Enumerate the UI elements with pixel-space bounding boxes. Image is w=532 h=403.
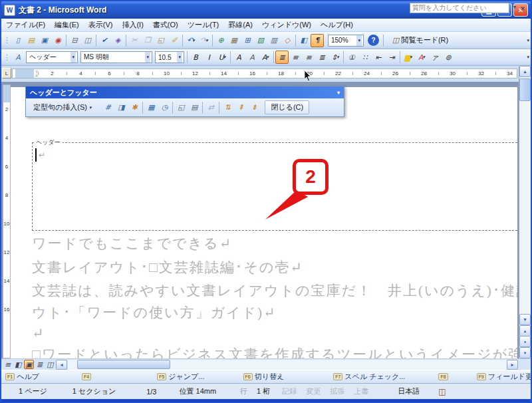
enclose-characters-button[interactable]: ⊚	[442, 51, 455, 64]
center-button[interactable]: ≡	[289, 51, 302, 64]
fn-f4[interactable]: F4	[82, 373, 93, 380]
hyperlink-button[interactable]: ⊕	[214, 34, 227, 47]
menu-item[interactable]: 表示(V)	[84, 19, 118, 31]
normal-view-button[interactable]: ≡	[3, 360, 13, 369]
horizontal-scroll-thumb[interactable]	[77, 360, 170, 369]
zoom-select[interactable]: 150%▾	[328, 35, 364, 47]
character-shading-button[interactable]: A	[245, 51, 259, 64]
question-dropdown-icon[interactable]: ▾	[513, 4, 516, 10]
font-size-select[interactable]: 10.5▾	[155, 51, 184, 63]
toolbar-options-icon[interactable]: ▾	[337, 90, 340, 96]
fn-f6-switch[interactable]: F6 切り替え	[243, 372, 285, 382]
show-previous-button[interactable]: ⇞	[234, 101, 247, 114]
spelling-status-icon[interactable]: ◫	[438, 387, 446, 396]
ruby-button[interactable]: ァ	[428, 51, 442, 64]
select-browse-object-button[interactable]: ●	[519, 336, 531, 347]
menu-item[interactable]: 罫線(A)	[223, 19, 257, 31]
new-document-button[interactable]: ▯	[11, 34, 25, 47]
distribute-button[interactable]: ≣	[315, 51, 329, 64]
drawing-button[interactable]: ◇	[281, 34, 294, 47]
show-document-text-button[interactable]: ▤	[188, 101, 201, 114]
tables-borders-button[interactable]: ▦	[227, 34, 241, 47]
dropdown-arrow-icon[interactable]: ▾	[410, 55, 412, 60]
align-right-button[interactable]: ≡	[302, 51, 315, 64]
insert-page-count-button[interactable]: ◨	[114, 101, 128, 114]
fn-f5-goto[interactable]: F5 ジャンプ...	[157, 372, 204, 382]
status-mode-indicator[interactable]: 拡張	[330, 386, 344, 396]
spelling-button[interactable]: ✔	[98, 34, 111, 47]
bold-button[interactable]: B	[189, 51, 202, 64]
character-border-button[interactable]: A	[232, 51, 245, 64]
scroll-right-button[interactable]: ▸	[507, 360, 518, 370]
print-layout-view-button[interactable]: ▣	[24, 360, 34, 369]
columns-button[interactable]: ▥	[267, 34, 281, 47]
open-button[interactable]: ▤	[25, 34, 38, 47]
document-map-button[interactable]: ◧	[297, 34, 311, 47]
vertical-scrollbar[interactable]: ▴ ▾ ▲ ● ▼	[519, 66, 531, 358]
justify-button[interactable]: ≣	[275, 51, 289, 64]
chevron-down-icon[interactable]: ▾	[177, 52, 182, 63]
browse-next-button[interactable]: ▼	[519, 347, 531, 358]
insert-page-number-button[interactable]: #	[101, 101, 114, 114]
dropdown-arrow-icon[interactable]: ▾	[205, 38, 208, 43]
chevron-down-icon[interactable]: ▾	[145, 52, 150, 63]
style-select[interactable]: ヘッダー▾	[26, 51, 78, 63]
undo-button[interactable]: ↶▾	[184, 34, 198, 47]
document-close-button[interactable]: ✕	[517, 3, 528, 13]
menu-item[interactable]: 編集(E)	[50, 19, 84, 31]
close-header-footer-button[interactable]: 閉じる(C)	[265, 100, 309, 114]
insert-autotext-button[interactable]: 定型句の挿入(S)▾	[29, 100, 96, 114]
page-setup-button[interactable]: ◱	[174, 101, 188, 114]
formatting-marks-button[interactable]: ¶	[311, 34, 324, 47]
dropdown-arrow-icon[interactable]: ▾	[223, 55, 226, 60]
copy-button[interactable]: ❐	[141, 34, 154, 47]
chevron-down-icon[interactable]: ▾	[70, 52, 76, 63]
decrease-indent-button[interactable]: ⇤	[372, 51, 385, 64]
numbering-button[interactable]: ①	[345, 51, 358, 64]
format-page-number-button[interactable]: ✱	[128, 101, 141, 114]
font-select[interactable]: MS 明朝▾	[80, 51, 152, 63]
underline-button[interactable]: U▾	[215, 51, 229, 64]
dropdown-arrow-icon[interactable]: ▾	[267, 55, 269, 60]
redo-button[interactable]: ↷▾	[198, 34, 211, 47]
status-language[interactable]: 日本語	[398, 386, 420, 396]
chevron-down-icon[interactable]: ▾	[356, 35, 362, 46]
italic-button[interactable]: I	[202, 51, 215, 64]
vertical-scroll-thumb[interactable]	[519, 78, 531, 101]
horizontal-scroll-track[interactable]	[68, 360, 507, 370]
insert-table-button[interactable]: ⊞	[241, 34, 254, 47]
toolbar-grip[interactable]: ⋮	[3, 53, 9, 62]
fn-f7-spelling[interactable]: F7 スペル チェック...	[333, 372, 405, 382]
increase-indent-button[interactable]: ⇥	[385, 51, 398, 64]
insert-date-button[interactable]: ▦	[144, 101, 158, 114]
highlight-button[interactable]: ▆▾	[402, 51, 415, 64]
status-mode-indicator[interactable]: 上書	[354, 386, 368, 396]
same-as-previous-button[interactable]: ⇄	[204, 101, 217, 114]
line-spacing-button[interactable]: ⇕▾	[329, 51, 342, 64]
web-layout-view-button[interactable]: ◧	[13, 360, 23, 369]
styles-and-formatting-button[interactable]: A	[11, 51, 25, 64]
vertical-ruler[interactable]: 246810121416	[3, 84, 11, 358]
insert-excel-button[interactable]: ▧	[254, 34, 267, 47]
menu-item[interactable]: 書式(O)	[148, 19, 183, 31]
scroll-down-button[interactable]: ▾	[519, 314, 531, 325]
dropdown-arrow-icon[interactable]: ▾	[336, 55, 339, 60]
print-preview-button[interactable]: ◫	[81, 34, 94, 47]
fn-f8[interactable]: F8	[438, 373, 450, 380]
toolbar-overflow-icon[interactable]: ▾	[527, 55, 529, 60]
character-scale-button[interactable]: A▾	[259, 51, 272, 64]
scroll-left-button[interactable]: ◂	[56, 360, 67, 370]
help-icon[interactable]: ?	[368, 35, 379, 46]
reading-layout-view-button[interactable]: ◫	[45, 360, 55, 369]
research-button[interactable]: ◈	[111, 34, 124, 47]
insert-time-button[interactable]: ◷	[158, 101, 171, 114]
fn-f9-update-fields[interactable]: F9 フィールド更新	[477, 372, 532, 382]
header-footer-toolbar-titlebar[interactable]: ヘッダーとフッター ▾	[26, 86, 344, 98]
print-button[interactable]: ⊟	[68, 34, 81, 47]
status-mode-indicator[interactable]: 変更	[306, 386, 321, 396]
horizontal-ruler[interactable]: ▿ ▵ 246810121416182022242628303234	[12, 68, 517, 78]
scroll-up-button[interactable]: ▴	[519, 66, 531, 77]
paste-button[interactable]: ◱	[154, 34, 168, 47]
permission-button[interactable]: ◉	[51, 34, 65, 47]
toolbar-grip[interactable]: ⋮	[3, 36, 9, 45]
